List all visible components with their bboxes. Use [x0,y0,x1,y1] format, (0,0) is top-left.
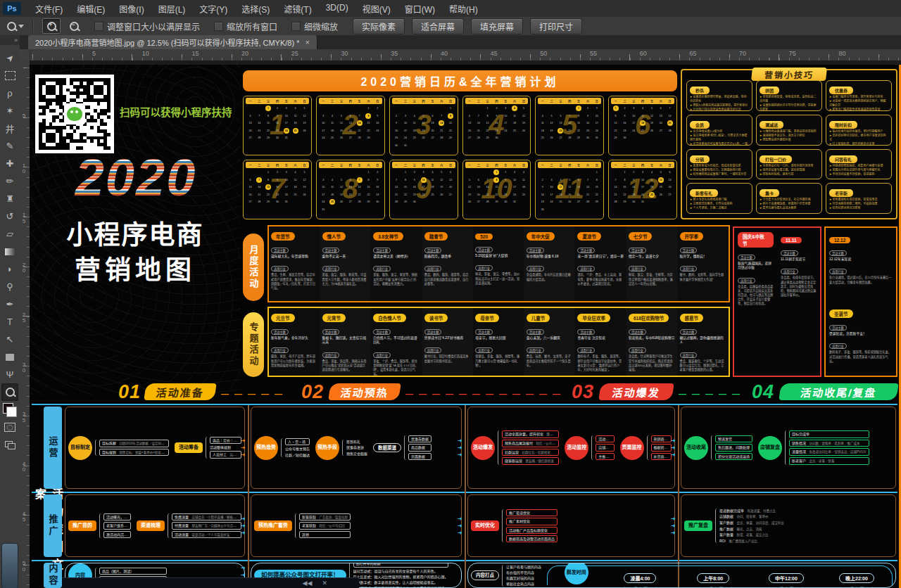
broadcast-time: 中午12:00午间曝光最高点 [768,570,805,588]
menu-item[interactable]: 图层(L) [151,1,193,17]
checkbox-icon[interactable] [94,22,103,31]
stage-number: 03 [572,381,594,403]
screen-mode-button[interactable] [1,436,18,454]
quick-mask-button[interactable] [1,418,18,436]
menu-item[interactable]: 滤镜(T) [277,1,318,17]
flow-node: 活动收尾 [684,436,708,460]
zoom-tool[interactable] [1,383,18,401]
path-select-tool[interactable]: ↖ [1,331,18,348]
theme-label: 活动主题 [829,250,847,256]
industry-label: 适用行业 [373,266,391,271]
dash-arrow: — [553,390,560,398]
magic-wand-tool[interactable]: ✶ [1,102,18,120]
dash-arrow: — [539,390,547,398]
theme-label: 活动主题 [781,250,798,256]
tip-card: 会员会员等级设置1-5级为佳设立等级体系“积分+权益”，付费会员卡更能提升复购会… [686,115,752,146]
tip-card: 满减送以爆款商品做满减门槛，凑单品带动滞销款满减梯度不宜过多，突出主力档位搭配赠… [756,115,822,146]
zoom-in-button[interactable]: + [42,18,61,34]
brush-tool[interactable]: ✏ [1,172,18,190]
dash-arrow: — [719,390,726,398]
menu-item[interactable]: 视图(V) [355,1,398,17]
activity-tag: 儿童节 [527,314,550,322]
option-checkbox[interactable]: 细微缩放 [291,20,338,32]
view-button[interactable]: 打印尺寸 [530,18,582,34]
menu-item[interactable]: 3D(D) [319,1,355,17]
industry-label: 适用行业 [577,266,595,271]
activity-column: 年中大促活动主题年中购好物 盛惠 6.18适用行业全品类通用，年中开启优惠力度最… [524,226,576,301]
crop-tool[interactable]: 井 [1,120,18,137]
clone-stamp-tool[interactable]: ♜ [1,190,18,207]
special-activities-band: 元旦节活动主题新年新气象，全年开好头适用行业服饰、家居、电子产品等，跨年迎新用户… [267,307,730,377]
close-icon[interactable]: × [305,38,309,46]
eyedropper-tool[interactable]: ✎ [1,137,18,155]
color-swatches[interactable] [1,401,18,418]
industry-label: 适用行业 [829,343,847,349]
option-checkbox[interactable]: 调整窗口大小以满屏显示 [94,20,200,32]
document-canvas[interactable]: 扫码可以获得小程序扶持 2020 小程序电商 营销地图 2020营销日历&全年营… [30,60,901,588]
view-button[interactable]: 适合屏幕 [412,18,464,34]
ruler-number: 30 [341,50,348,57]
theme-label: 活动主题 [577,248,595,253]
checkbox-icon[interactable] [214,22,223,31]
history-brush-tool[interactable]: ↺ [1,207,18,225]
ruler-number: 5 [92,50,96,57]
menu-item[interactable]: 选择(S) [234,1,277,17]
lasso-tool[interactable]: ρ [1,84,18,102]
tip-label: 优惠券 [829,87,853,94]
view-button[interactable]: 填充屏幕 [471,18,523,34]
activity-column: 圣诞节活动主题圣诞狂欢，许愿新平安！适用行业数码电子、美妆、服饰等，购彩营销配合… [826,302,896,376]
theme-label: 活动主题 [424,248,442,253]
menu-item[interactable]: 文件(F) [28,1,70,17]
move-tool[interactable]: ➤ [1,49,18,67]
gradient-tool[interactable] [1,243,18,260]
close-icon[interactable]: ✕ [322,580,327,587]
dodge-tool[interactable]: ⚲ [1,278,18,295]
blur-tool[interactable]: ◗ [1,260,18,278]
menu-item[interactable]: 图像(I) [112,1,151,17]
ruler-number: 10 [142,50,149,57]
industry-label: 适用行业 [271,266,289,271]
panel-collapse-icon[interactable]: » [0,35,20,45]
pen-tool[interactable]: ✒ [1,295,18,313]
marquee-tool[interactable] [1,67,18,84]
flow-node: 数据渠道 [373,443,401,452]
industry-label: 适用行业 [475,265,493,271]
calendar-month-card: 一二三四五六日111234567891011121314151617181920… [535,160,604,219]
tip-label: 集卡 [760,189,779,197]
option-checkbox[interactable]: 缩放所有窗口 [214,20,277,32]
menu-item[interactable]: 帮助(H) [442,1,485,17]
tip-card: 限时折扣临近结束时段转化最高，倒计时提醒用户高折扣好物引流到店，更多用户深度浏览… [826,115,892,146]
tip-card: 老带新老客邀请有礼双向奖励，裂变效率高分享海报带参数二维码，可追踪效果结合社群运… [826,183,892,214]
zoom-out-button[interactable]: − [65,18,83,34]
theme-label: 活动主题 [373,248,391,253]
poster-title-block: 扫码可以获得小程序扶持 2020 小程序电商 营销地图 [30,65,241,395]
current-tool-dropdown[interactable] [7,22,24,31]
industry-label: 适用行业 [271,347,289,353]
flow-arrows: ➜➜➜ [671,516,676,536]
ruler-number: 3 0 [20,362,28,374]
theme-label: 活动主题 [629,329,646,335]
dash-arrow: — [234,390,242,398]
overlay-window-edge[interactable]: ◀◀✕ [62,577,359,588]
theme-label: 活动主题 [738,255,755,260]
activity-column: 12.12活动主题12.12年末狂欢适用行业各行业通用，错过双11后，在12月份… [826,228,896,302]
industry-label: 适用行业 [629,266,646,271]
dash-arrow: — [248,390,256,398]
shape-tool[interactable] [1,348,18,366]
menu-item[interactable]: 编辑(E) [70,1,112,17]
collapse-icon[interactable]: ◀◀ [303,580,313,587]
dash-arrow: — [472,390,480,398]
menu-item[interactable]: 窗口(W) [398,1,442,17]
flow-cell: 活动收尾物流发货售后跟进、问题处理积分兑现活动或返场店铺复盘目标完成率销售情况 … [681,407,896,489]
healing-brush-tool[interactable]: ✚ [1,155,18,172]
checkbox-icon[interactable] [291,22,301,31]
hand-tool[interactable]: Ψ [1,366,18,383]
industry-label: 适用行业 [738,278,755,283]
flow-arrows: ➜➜➜ [458,516,462,536]
type-tool[interactable]: T [1,313,18,331]
tip-card: 分销发展老客成为分销员，低成本裂变拉新佣金设置要有吸引力，定期激励排行榜结合爆款… [686,149,752,180]
menu-item[interactable]: 文字(Y) [192,1,234,17]
eraser-tool[interactable]: ▱ [1,225,18,243]
view-button[interactable]: 实际像素 [353,18,405,34]
document-tab[interactable]: 2020小程序电商营销地图.jpg @ 12.5% (扫码可以获得小程序扶持, … [28,35,317,49]
